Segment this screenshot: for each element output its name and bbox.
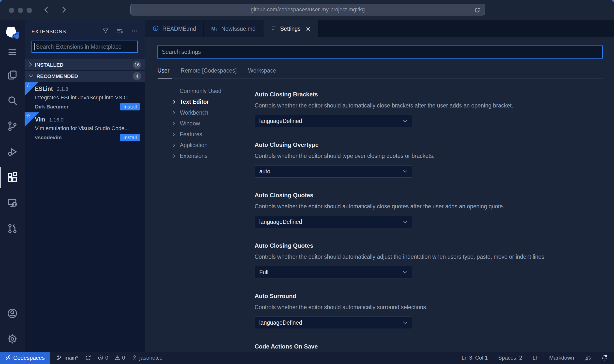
errors-count: 0 <box>105 355 108 361</box>
setting-value-dropdown[interactable]: Full <box>255 266 412 278</box>
setting-auto-closing-overtype: Auto Closing Overtype Controls whether t… <box>255 141 603 178</box>
setting-value-dropdown[interactable]: languageDefined <box>255 115 412 127</box>
setting-description: Controls whether the editor should autom… <box>255 102 603 109</box>
settings-editor: Search settings User Remote [Codespaces]… <box>145 37 614 352</box>
run-debug-icon[interactable] <box>0 139 25 165</box>
window-controls[interactable] <box>9 8 32 13</box>
install-button[interactable]: Install <box>120 103 140 110</box>
sync-button[interactable] <box>85 355 91 361</box>
remote-explorer-icon[interactable] <box>0 190 25 216</box>
branch-indicator[interactable]: main* <box>57 355 78 361</box>
toc-item-text-editor[interactable]: Text Editor <box>172 96 255 107</box>
extensions-icon[interactable] <box>0 165 25 190</box>
eol-indicator[interactable]: LF <box>533 355 539 361</box>
filter-icon[interactable] <box>102 28 109 35</box>
toc-item-workbench[interactable]: Workbench <box>172 107 255 118</box>
errors-icon <box>98 355 103 361</box>
activity-bar <box>0 20 25 352</box>
forward-icon[interactable] <box>61 6 67 15</box>
cursor-position[interactable]: Ln 3, Col 1 <box>462 355 488 361</box>
toc-item-window[interactable]: Window <box>172 118 255 129</box>
toc-label: Text Editor <box>180 99 209 105</box>
scope-tab-workspace[interactable]: Workspace <box>248 67 276 74</box>
settings-toc: Commonly Used Text Editor Workbench Wind… <box>157 86 255 352</box>
toc-label: Commonly Used <box>180 88 221 94</box>
tab-settings[interactable]: Settings <box>263 20 319 37</box>
setting-title: Auto Closing Quotes <box>255 242 603 249</box>
pull-request-icon[interactable] <box>0 216 25 241</box>
setting-value-dropdown[interactable]: languageDefined <box>255 317 412 329</box>
eol-label: LF <box>533 355 539 361</box>
address-bar[interactable]: github.com/codespaces/user-my-project-mg… <box>130 4 485 15</box>
logged-in-user[interactable]: jasonetco <box>132 355 163 361</box>
extensions-search-input[interactable]: Search Extensions in Marketplace <box>31 41 138 53</box>
installed-section-header[interactable]: INSTALLED 16 <box>25 59 145 70</box>
extension-author: vscodevim <box>35 135 120 140</box>
extension-version: 2.1.8 <box>57 86 68 92</box>
clear-extensions-search-icon[interactable] <box>116 28 123 35</box>
feedback-icon[interactable] <box>584 355 591 361</box>
notifications-bell-icon[interactable] <box>601 355 608 361</box>
setting-value-dropdown[interactable]: languageDefined <box>255 216 412 228</box>
chevron-down-icon <box>403 170 407 173</box>
setting-description: Controls whether the editor should type … <box>255 153 603 159</box>
toc-item-commonly-used[interactable]: Commonly Used <box>172 86 255 96</box>
close-tab-icon[interactable] <box>306 26 311 32</box>
window-control-dot[interactable] <box>9 8 14 13</box>
toc-item-features[interactable]: Features <box>172 129 255 140</box>
extension-description: Integrates ESLint JavaScript into VS C..… <box>35 94 140 101</box>
extension-version: 1.16.0 <box>49 117 63 123</box>
warnings-icon <box>115 355 120 361</box>
tab-readme[interactable]: README.md <box>145 20 204 37</box>
chevron-down-icon <box>403 321 407 324</box>
extensions-sidebar: EXTENSIONS Searc <box>25 20 145 352</box>
toc-label: Extensions <box>180 153 208 159</box>
toc-label: Features <box>180 131 202 138</box>
window-control-dot[interactable] <box>27 8 32 13</box>
more-actions-icon[interactable] <box>131 28 138 35</box>
settings-gear-icon[interactable] <box>0 326 25 352</box>
indentation-indicator[interactable]: Spaces: 2 <box>498 355 522 361</box>
star-icon: ☆ <box>26 113 31 119</box>
chevron-down-icon <box>29 74 33 78</box>
toc-item-application[interactable]: Application <box>172 140 255 151</box>
extension-row-eslint[interactable]: ☆ ESLint 2.1.8 Integrates ESLint JavaScr… <box>25 82 145 112</box>
setting-description: Controls whether the editor should autom… <box>255 254 603 260</box>
window-control-dot[interactable] <box>18 8 23 13</box>
browser-toolbar: github.com/codespaces/user-my-project-mg… <box>0 0 614 20</box>
dropdown-value: languageDefined <box>259 118 302 124</box>
warnings-count: 0 <box>122 355 125 361</box>
source-control-icon[interactable] <box>0 113 25 139</box>
search-icon[interactable] <box>0 88 25 113</box>
setting-title: Auto Closing Quotes <box>255 192 603 199</box>
setting-auto-surround: Auto Surround Controls whether the edito… <box>255 293 603 329</box>
toc-item-extensions[interactable]: Extensions <box>172 151 255 161</box>
tab-newissue[interactable]: M↓ NewIssue.md <box>204 20 263 37</box>
user-label: jasonetco <box>139 355 163 361</box>
language-mode[interactable]: Markdown <box>549 355 574 361</box>
install-button[interactable]: Install <box>120 134 140 141</box>
back-icon[interactable] <box>43 6 50 15</box>
codespaces-remote-indicator[interactable]: Codespaces <box>0 352 50 364</box>
problems-indicator[interactable]: 0 0 <box>98 355 125 361</box>
menu-icon[interactable] <box>0 42 25 62</box>
reload-icon[interactable] <box>474 7 481 15</box>
settings-search-input[interactable]: Search settings <box>157 46 603 59</box>
chevron-down-icon <box>403 120 407 122</box>
scope-tab-remote[interactable]: Remote [Codespaces] <box>181 67 237 74</box>
scope-tab-user[interactable]: User <box>157 67 169 74</box>
info-icon <box>153 25 159 33</box>
account-icon[interactable] <box>0 301 25 326</box>
chevron-down-icon <box>403 271 407 274</box>
recommended-section-header[interactable]: RECOMMENDED 4 <box>25 70 145 82</box>
extension-row-vim[interactable]: ☆ Vim 1.16.0 Vim emulation for Visual St… <box>25 112 145 143</box>
codespaces-label: Codespaces <box>13 355 45 361</box>
markdown-icon: M↓ <box>211 26 218 32</box>
setting-value-dropdown[interactable]: auto <box>255 165 412 178</box>
editor-tab-bar: README.md M↓ NewIssue.md Settings <box>145 20 614 37</box>
setting-code-actions-on-save: Code Actions On Save <box>255 343 603 350</box>
explorer-icon[interactable] <box>0 62 25 88</box>
tab-label: NewIssue.md <box>221 26 255 32</box>
language-label: Markdown <box>549 355 574 361</box>
text-caret <box>34 43 35 50</box>
